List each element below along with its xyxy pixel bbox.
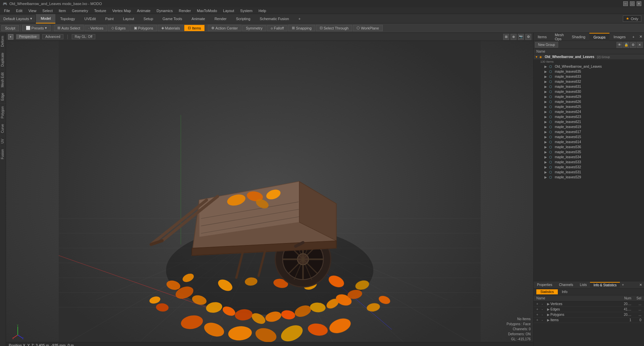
tab-scripting[interactable]: Scripting bbox=[231, 14, 255, 23]
menu-render[interactable]: Render bbox=[176, 8, 194, 13]
close-panel-button[interactable]: ✕ bbox=[637, 34, 644, 40]
list-item-ml619[interactable]: ▶ ⬡ maple_leaves619 bbox=[534, 124, 644, 129]
settings-icon[interactable]: ⚙ bbox=[525, 34, 531, 40]
menu-system[interactable]: System bbox=[237, 8, 255, 13]
list-item-ml531[interactable]: ▶ ⬡ maple_leaves531 bbox=[534, 170, 644, 175]
viewport-toggle[interactable]: ▸ bbox=[8, 34, 13, 40]
list-item-ml625[interactable]: ▶ ⬡ maple_leaves625 bbox=[534, 104, 644, 109]
menu-dynamics[interactable]: Dynamics bbox=[154, 8, 175, 13]
camera-icon[interactable]: 📷 bbox=[518, 34, 524, 40]
stats-minus-i[interactable]: - bbox=[542, 318, 547, 322]
sidebar-tab-mesh-edit[interactable]: Mesh Edit bbox=[0, 69, 6, 90]
menu-animate[interactable]: Animate bbox=[134, 8, 153, 13]
vertices-button[interactable]: · Vertices bbox=[85, 25, 107, 31]
list-item-ml631[interactable]: ▶ ⬡ maple_leaves631 bbox=[534, 84, 644, 89]
falloff-button[interactable]: ⌾ Falloff bbox=[267, 25, 288, 31]
ray-gl-button[interactable]: Ray GL: Off bbox=[72, 34, 96, 39]
list-item-ml534[interactable]: ▶ ⬡ maple_leaves534 bbox=[534, 155, 644, 160]
stats-minus-e[interactable]: - bbox=[542, 307, 547, 311]
list-item-ml536[interactable]: ▶ ⬡ maple_leaves536 bbox=[534, 145, 644, 150]
viewport-content[interactable]: No Items Polygons : Face Channels: 0 Def… bbox=[6, 41, 533, 346]
br-panel-close[interactable]: ✕ bbox=[637, 282, 644, 287]
tab-layout[interactable]: Layout bbox=[118, 14, 139, 23]
list-item-ml535[interactable]: ▶ ⬡ maple_leaves535 bbox=[534, 150, 644, 155]
list-item-wheelbarrow[interactable]: ▶ ⬡ Old_Wheelbarrow_and_Leaves bbox=[534, 64, 644, 69]
scene-canvas[interactable]: No Items Polygons : Face Channels: 0 Def… bbox=[6, 41, 533, 346]
stats-plus-p[interactable]: + bbox=[536, 313, 542, 316]
fit-icon[interactable]: ⊞ bbox=[503, 34, 509, 40]
statistics-subtab[interactable]: Statistics bbox=[536, 289, 558, 294]
close-icon[interactable]: ✕ bbox=[637, 42, 643, 48]
stats-minus-p[interactable]: - bbox=[542, 313, 547, 316]
sidebar-tab-polygon[interactable]: Polygon bbox=[0, 103, 6, 121]
sidebar-tab-edge[interactable]: Edge bbox=[0, 90, 6, 103]
options-icon[interactable]: ⚙ bbox=[630, 42, 636, 48]
list-item-ml624[interactable]: ▶ ⬡ maple_leaves624 bbox=[534, 109, 644, 114]
br-tab-channels[interactable]: Channels bbox=[556, 282, 577, 287]
action-center-button[interactable]: ⊕ Action Center bbox=[208, 25, 241, 31]
list-item-ml533[interactable]: ▶ ⬡ maple_leaves533 bbox=[534, 160, 644, 165]
tab-uvedit[interactable]: UVEdit bbox=[79, 14, 100, 23]
visibility-icon[interactable]: 👁 bbox=[616, 42, 623, 48]
stats-plus-e[interactable]: + bbox=[536, 307, 542, 311]
sidebar-tab-deform[interactable]: Deform bbox=[0, 33, 6, 50]
viewport[interactable]: ▸ Perspective Advanced Ray GL: Off ⊞ ⊕ 📷… bbox=[6, 33, 533, 346]
menu-select[interactable]: Select bbox=[40, 8, 55, 13]
menu-help[interactable]: Help bbox=[256, 8, 269, 13]
list-item-ml621[interactable]: ▶ ⬡ maple_leaves621 bbox=[534, 119, 644, 124]
br-tab-info-stats[interactable]: Info & Statistics bbox=[590, 282, 620, 288]
tab-topology[interactable]: Topology bbox=[55, 14, 79, 23]
tab-game-tools[interactable]: Game Tools bbox=[158, 14, 187, 23]
br-tab-properties[interactable]: Properties bbox=[534, 282, 556, 287]
tab-paint[interactable]: Paint bbox=[101, 14, 118, 23]
tab-groups[interactable]: Groups bbox=[589, 33, 609, 41]
list-item-ml614[interactable]: ▶ ⬡ maple_leaves614 bbox=[534, 139, 644, 145]
polygons-button[interactable]: ▣ Polygons bbox=[130, 25, 157, 31]
sidebar-tab-fusion[interactable]: Fusion bbox=[0, 146, 6, 162]
menu-texture[interactable]: Texture bbox=[92, 8, 109, 13]
edges-button[interactable]: ◇ Edges bbox=[108, 25, 129, 31]
new-group-button[interactable]: New Group bbox=[535, 42, 558, 48]
group-root[interactable]: ▾ ◈ Old_Wheelbarrow_and_Leaves (2) Group bbox=[534, 54, 644, 59]
presets-button[interactable]: ⬜ Presets ▾ bbox=[22, 25, 51, 31]
list-item-ml635[interactable]: ▶ ⬡ maple_leaves635 bbox=[534, 69, 644, 74]
auto-select-button[interactable]: ⊞ Auto Select bbox=[54, 25, 84, 31]
menu-view[interactable]: View bbox=[26, 8, 39, 13]
minimize-button[interactable]: ─ bbox=[623, 1, 628, 6]
lock-icon[interactable]: 🔒 bbox=[623, 42, 629, 48]
stats-minus-v[interactable]: - bbox=[542, 302, 547, 306]
menu-maxtomodo[interactable]: MaxToModo bbox=[194, 8, 220, 13]
menu-file[interactable]: File bbox=[1, 8, 13, 13]
list-item-ml532[interactable]: ▶ ⬡ maple_leaves532 bbox=[534, 165, 644, 170]
menu-item[interactable]: Item bbox=[56, 8, 68, 13]
br-tab-lists[interactable]: Lists bbox=[577, 282, 590, 287]
tab-animate[interactable]: Animate bbox=[187, 14, 210, 23]
groups-list[interactable]: ▾ ◈ Old_Wheelbarrow_and_Leaves (2) Group… bbox=[534, 54, 644, 281]
tab-render[interactable]: Render bbox=[210, 14, 231, 23]
list-item-ml633[interactable]: ▶ ⬡ maple_leaves633 bbox=[534, 74, 644, 79]
materials-button[interactable]: ◈ Materials bbox=[158, 25, 184, 31]
tab-setup[interactable]: Setup bbox=[139, 14, 158, 23]
menu-layout[interactable]: Layout bbox=[220, 8, 237, 13]
only-button[interactable]: ★ Only bbox=[623, 15, 641, 22]
br-tab-add[interactable]: + bbox=[620, 282, 626, 287]
stats-plus-v[interactable]: + bbox=[536, 302, 542, 306]
tab-add[interactable]: + bbox=[294, 14, 305, 23]
list-item-ml529[interactable]: ▶ ⬡ maple_leaves529 bbox=[534, 175, 644, 180]
zoom-icon[interactable]: ⊕ bbox=[511, 34, 517, 40]
sidebar-tab-uv[interactable]: UV bbox=[0, 136, 6, 146]
sculpt-button[interactable]: Sculpt bbox=[1, 25, 19, 31]
list-item-ml629[interactable]: ▶ ⬡ maple_leaves629 bbox=[534, 94, 644, 99]
list-item-ml623[interactable]: ▶ ⬡ maple_leaves623 bbox=[534, 114, 644, 119]
sidebar-tab-duplicate[interactable]: Duplicate bbox=[0, 50, 6, 69]
advanced-button[interactable]: Advanced bbox=[42, 34, 63, 39]
tab-images[interactable]: Images bbox=[609, 33, 630, 41]
tab-shading[interactable]: Shading bbox=[568, 33, 589, 41]
items-button[interactable]: ⊡ Items bbox=[184, 25, 205, 31]
default-layouts-selector[interactable]: Default Layouts ▾ bbox=[0, 15, 36, 22]
menu-edit[interactable]: Edit bbox=[13, 8, 25, 13]
perspective-button[interactable]: Perspective bbox=[16, 34, 40, 39]
tab-model[interactable]: Model bbox=[36, 14, 55, 23]
stats-plus-i[interactable]: + bbox=[536, 318, 542, 322]
menu-geometry[interactable]: Geometry bbox=[69, 8, 91, 13]
